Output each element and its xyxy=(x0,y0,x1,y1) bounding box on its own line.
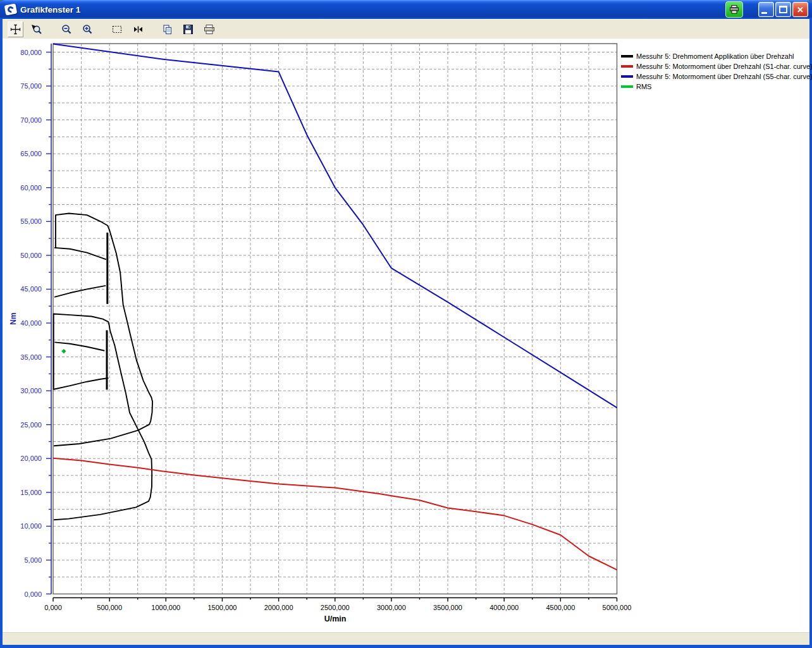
zoom-in-button[interactable] xyxy=(79,21,95,37)
close-button[interactable]: ✕ xyxy=(792,2,808,17)
print-icon xyxy=(204,24,215,35)
zoom-select-icon xyxy=(31,24,42,35)
titlebar-print-button[interactable] xyxy=(725,1,743,18)
zoom-in-icon xyxy=(82,24,93,35)
zoom-select-button[interactable] xyxy=(28,21,44,37)
save-icon xyxy=(183,24,194,35)
zoom-out-icon xyxy=(61,24,72,35)
app-icon xyxy=(4,4,18,16)
minimize-button[interactable] xyxy=(758,2,774,17)
selection-rect-icon xyxy=(111,24,123,35)
grafikfenster-window: Grafikfenster 1 ✕ xyxy=(0,0,812,648)
pan-icon xyxy=(10,24,21,35)
fit-view-button[interactable] xyxy=(130,21,145,37)
maximize-button[interactable] xyxy=(775,2,791,17)
minimize-icon xyxy=(761,12,767,14)
maximize-icon xyxy=(779,6,787,13)
copy-icon xyxy=(162,24,173,35)
zoom-out-button[interactable] xyxy=(58,21,74,37)
close-icon: ✕ xyxy=(797,6,804,14)
print-button[interactable] xyxy=(201,21,217,37)
window-title: Grafikfenster 1 xyxy=(20,5,725,15)
printer-icon xyxy=(729,5,739,14)
selection-rect-button[interactable] xyxy=(109,21,125,37)
status-strip xyxy=(3,632,809,645)
save-button[interactable] xyxy=(180,21,196,37)
copy-button[interactable] xyxy=(159,21,175,37)
fit-view-icon xyxy=(132,24,144,35)
pan-button[interactable] xyxy=(8,21,23,37)
toolbar xyxy=(3,19,809,39)
titlebar[interactable]: Grafikfenster 1 ✕ xyxy=(0,0,812,19)
plot-canvas[interactable] xyxy=(3,39,809,632)
